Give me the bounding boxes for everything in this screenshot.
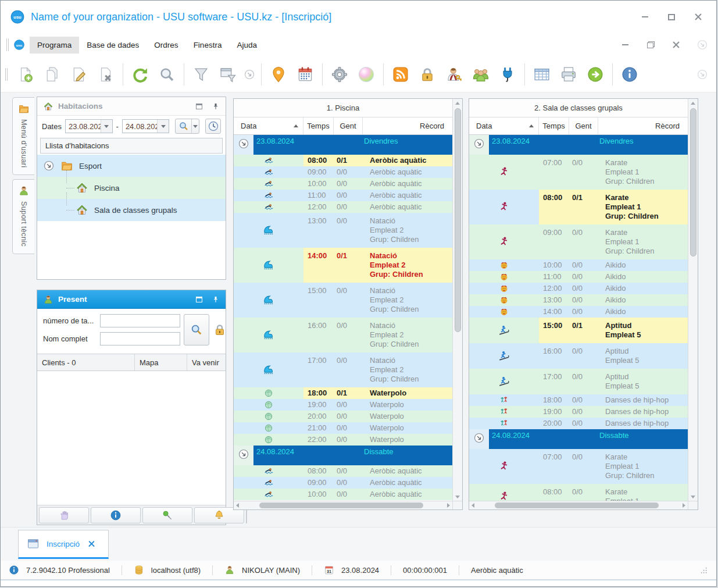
schedule-row[interactable]: 19:000/0Waterpolo xyxy=(234,399,452,411)
expand-icon[interactable] xyxy=(238,138,249,149)
schedule-row[interactable]: 09:000/0KarateEmpleat 1Grup: Children xyxy=(469,224,688,259)
schedule-row[interactable]: 08:000/1KarateEmpleat 1Grup: Children xyxy=(469,190,688,224)
card-number-input[interactable] xyxy=(100,314,180,327)
schedule-row[interactable]: 14:000/1NatacióEmpleat 2Grup: Children xyxy=(234,248,452,283)
schedule-row[interactable]: 08:000/0Aeròbic aquàtic xyxy=(234,465,452,477)
info-button[interactable] xyxy=(616,61,643,88)
mdi-restore-button[interactable] xyxy=(645,40,656,50)
go-next-button[interactable] xyxy=(582,61,609,88)
printer-button[interactable] xyxy=(555,61,582,88)
record-column-header[interactable]: Rècord xyxy=(363,117,452,134)
schedule-row[interactable]: 12:000/0Aeròbic aquàtic xyxy=(234,201,452,213)
funnel-button[interactable] xyxy=(188,61,215,88)
lock-button[interactable] xyxy=(414,61,441,88)
tree-item-sala-de-classes-grupals[interactable]: Sala de classes grupals xyxy=(37,199,226,221)
schedule-row[interactable]: 20:000/0Danses de hip-hop xyxy=(469,418,688,429)
present-maximize-button[interactable] xyxy=(196,297,202,302)
schedule-row[interactable]: 08:000/0KarateEmpleat 1 xyxy=(469,484,688,501)
tab-inscripcio[interactable]: Inscripció xyxy=(18,530,109,559)
tree-item-piscina[interactable]: Piscina xyxy=(37,177,226,199)
schedule-row[interactable]: 17:000/0NatacióEmpleat 2Grup: Children xyxy=(234,352,452,387)
refresh-button[interactable] xyxy=(127,61,153,88)
menu-item-ajuda[interactable]: Ajuda xyxy=(229,37,265,54)
mdi-close-button[interactable] xyxy=(671,40,681,50)
schedule-row[interactable]: 21:000/0Waterpolo xyxy=(234,422,452,434)
schedule-row[interactable]: 10:000/0Aikido xyxy=(469,259,688,271)
schedule-row[interactable]: 12:000/0Aikido xyxy=(469,283,688,294)
clock-button[interactable] xyxy=(205,119,221,134)
schedule-row[interactable]: 13:000/0NatacióEmpleat 2Grup: Children xyxy=(234,213,452,248)
record-column-header[interactable]: Rècord xyxy=(598,117,688,134)
schedule-row[interactable]: 15:000/0NatacióEmpleat 2Grup: Children xyxy=(234,283,452,318)
resize-grip-icon[interactable] xyxy=(699,565,708,575)
schedule-row[interactable]: 07:000/0KarateEmpleat 1Grup: Children xyxy=(469,155,688,190)
hand-button[interactable] xyxy=(39,507,89,523)
schedule-row[interactable]: 09:000/0Aeròbic aquàtic xyxy=(234,477,452,489)
schedule-row[interactable]: 18:000/0Danses de hip-hop xyxy=(469,394,688,406)
habitacions-pin-icon[interactable] xyxy=(212,102,220,111)
gent-column-header[interactable]: Gent xyxy=(334,117,363,134)
menubar-overflow-chevron-icon[interactable] xyxy=(696,39,708,51)
schedule-row[interactable]: 16:000/0NatacióEmpleat 2Grup: Children xyxy=(234,318,452,352)
clients-column-header[interactable]: Clients - 0 xyxy=(37,354,135,370)
mapa-column-header[interactable]: Mapa xyxy=(135,354,187,370)
scroll-thumb[interactable] xyxy=(690,108,696,256)
data-column-header[interactable]: Data xyxy=(234,117,303,134)
schedule-row[interactable]: 14:000/0Aikido xyxy=(469,306,688,318)
side-tab-suport-t-cnic[interactable]: Suport tècnic xyxy=(12,179,34,254)
piscina-vertical-scrollbar[interactable] xyxy=(452,99,462,509)
scroll-down-arrow[interactable] xyxy=(453,493,462,501)
doc-new-button[interactable] xyxy=(12,61,39,88)
date-from-dropdown[interactable] xyxy=(101,120,112,133)
schedule-group-row[interactable]: 23.08.2024Divendres xyxy=(469,135,688,155)
temps-column-header[interactable]: Temps xyxy=(303,117,334,134)
schedule-group-row[interactable]: 24.08.2024Dissabte xyxy=(469,429,688,449)
schedule-row[interactable]: 20:000/0Waterpolo xyxy=(234,411,452,422)
pin-green-button[interactable] xyxy=(142,507,192,523)
date-from-combo[interactable]: 23.08.2024 xyxy=(65,119,113,133)
schedule-row[interactable]: 11:000/0Aikido xyxy=(469,271,688,283)
rooms-search-dropdown[interactable] xyxy=(191,119,199,133)
schedule-row[interactable]: 17:000/0AptitudEmpleat 5 xyxy=(469,369,688,394)
gent-column-header[interactable]: Gent xyxy=(569,117,598,134)
doc-edit-button[interactable] xyxy=(66,61,92,88)
side-tab-men-d-usuari[interactable]: Menú d'usuari xyxy=(12,97,34,175)
plug-button[interactable] xyxy=(494,61,521,88)
date-to-combo[interactable]: 24.08.2024 xyxy=(122,119,170,133)
date-to-dropdown[interactable] xyxy=(157,120,169,133)
schedule-row[interactable]: 19:000/0Danses de hip-hop xyxy=(469,406,688,418)
gear-button[interactable] xyxy=(326,61,353,88)
data-column-header[interactable]: Data xyxy=(469,117,539,134)
piscina-horizontal-scrollbar[interactable] xyxy=(234,501,452,509)
calendar-button[interactable] xyxy=(292,61,319,88)
schedule-row[interactable]: 18:000/1Waterpolo xyxy=(234,387,452,399)
mdi-minimize-button[interactable] xyxy=(620,40,630,50)
menu-item-programa[interactable]: Programa xyxy=(30,37,79,54)
temps-column-header[interactable]: Temps xyxy=(539,117,569,134)
grid-button[interactable] xyxy=(528,61,555,88)
chevron-circle-button[interactable] xyxy=(241,61,258,88)
schedule-row[interactable]: 10:000/0Aeròbic aquàtic xyxy=(234,489,452,500)
doc-delete-button[interactable] xyxy=(92,61,119,88)
rooms-search-button[interactable] xyxy=(175,119,199,134)
user-key-button[interactable] xyxy=(441,61,467,88)
expand-icon[interactable] xyxy=(473,432,485,444)
rss-button[interactable] xyxy=(387,61,414,88)
schedule-row[interactable]: 16:000/0AptitudEmpleat 5 xyxy=(469,343,688,369)
toolbar-overflow-button[interactable] xyxy=(695,61,712,88)
sala-horizontal-scrollbar[interactable] xyxy=(469,501,688,509)
schedule-row[interactable]: 15:000/1AptitudEmpleat 5 xyxy=(469,318,688,343)
users-button[interactable] xyxy=(467,61,494,88)
map-pin-button[interactable] xyxy=(265,61,292,88)
schedule-row[interactable]: 10:000/0Aeròbic aquàtic xyxy=(234,178,452,190)
expand-icon[interactable] xyxy=(473,138,485,149)
schedule-row[interactable]: 11:000/0Aeròbic aquàtic xyxy=(234,190,452,201)
present-search-button[interactable] xyxy=(184,314,209,345)
maximize-button[interactable] xyxy=(666,12,677,22)
scroll-up-arrow[interactable] xyxy=(688,99,698,107)
sala-vertical-scrollbar[interactable] xyxy=(688,99,698,509)
info-circle-button[interactable] xyxy=(91,507,141,523)
present-pin-icon[interactable] xyxy=(212,295,220,304)
menu-item-base-de-dades[interactable]: Base de dades xyxy=(79,37,147,54)
schedule-row[interactable]: 08:000/1Aeròbic aquàtic xyxy=(234,155,452,166)
